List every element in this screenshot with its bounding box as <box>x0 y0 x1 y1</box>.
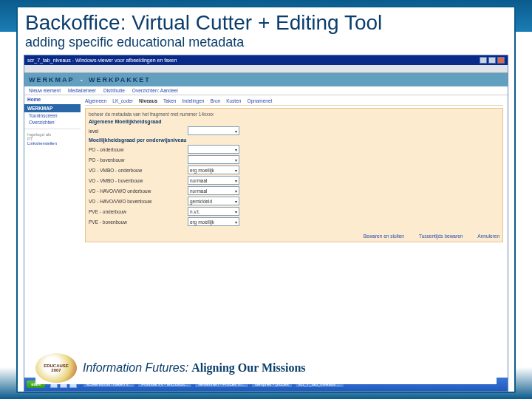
maximize-icon[interactable] <box>488 57 496 64</box>
sidebar-section: WERKMAP <box>24 104 81 112</box>
close-icon[interactable] <box>497 57 505 64</box>
row-select[interactable]: normaal▾ <box>188 176 239 185</box>
chevron-down-icon: ▾ <box>235 147 237 152</box>
viewer-toolbar <box>24 65 508 73</box>
table-row: PVE - onderbouwn.v.t.▾ <box>89 207 499 216</box>
educause-badge-icon: EDUCAUSE 2007 <box>35 353 77 383</box>
chevron-down-icon: ▾ <box>235 178 237 183</box>
tab-taken[interactable]: Taken <box>163 98 176 103</box>
screenshot-window: scr_7_tab_niveaus - Windows-viewer voor … <box>24 55 508 392</box>
slide-title: Backoffice: Virtual Cutter + Editing Too… <box>18 7 514 35</box>
sidebar-user-info: Ingelogd als PT Linksherstellen <box>24 129 81 149</box>
chevron-down-icon: ▾ <box>235 199 237 204</box>
panel-actions: Bewaren en sluiten Tussentijds bewaren A… <box>89 233 499 239</box>
chevron-down-icon: ▾ <box>235 209 237 214</box>
tab-algemeen[interactable]: Algemeen <box>85 98 106 103</box>
app-header-2: WERKPAKKET <box>89 76 151 83</box>
tab-opnamenet[interactable]: Opnamenet <box>247 98 272 103</box>
chevron-down-icon: ▾ <box>235 188 237 194</box>
table-row: VO - HAVO/VWO bovenbouwgemiddeld▾ <box>89 197 499 205</box>
save-interim-button[interactable]: Tussentijds bewaren <box>419 233 463 239</box>
row-label: PO - onderbouw <box>89 147 185 152</box>
sidebar-link[interactable]: Tooninscreen <box>24 112 81 119</box>
row-select[interactable]: erg moeilijk▾ <box>188 166 239 174</box>
slide-footer: EDUCAUSE 2007 Information Futures: Align… <box>35 352 497 384</box>
footer-bold: Aligning Our Missions <box>191 361 305 374</box>
chevron-down-icon: ▾ <box>235 168 237 173</box>
main-panel: Algemeen LK_coder Niveaus Taken Indeling… <box>81 95 508 380</box>
sidebar: Home WERKMAP Tooninscreen Overzichten In… <box>24 95 81 380</box>
window-title-text: scr_7_tab_niveaus - Windows-viewer voor … <box>27 58 177 63</box>
table-row: PO - bovenbouw▾ <box>89 155 499 164</box>
cancel-button[interactable]: Annuleren <box>477 233 499 239</box>
row-select[interactable]: normaal▾ <box>188 186 239 195</box>
level-select[interactable]: ▾ <box>188 126 239 135</box>
table-row: VO - HAVO/VWO onderbouwnormaal▾ <box>89 186 499 195</box>
top-nav: Nieuw element Mediabeheer Distributie Ov… <box>24 86 508 95</box>
window-titlebar: scr_7_tab_niveaus - Windows-viewer voor … <box>24 55 508 65</box>
tab-niveaus[interactable]: Niveaus <box>139 98 157 103</box>
row-label: PVE - onderbouw <box>89 209 185 214</box>
metadata-panel: beheer de metadata van het fragment met … <box>85 108 503 242</box>
sidebar-home[interactable]: Home <box>24 95 81 103</box>
section-general: Algemene Moeilijkheidsgraad <box>89 119 499 124</box>
chevron-down-icon: ▾ <box>235 129 237 134</box>
footer-text: Information Futures: Aligning Our Missio… <box>83 361 306 375</box>
table-row: VO - VMBO - bovenbouwnormaal▾ <box>89 176 499 185</box>
table-row: PVE - bovenbouwerg moeilijk▾ <box>89 217 499 226</box>
panel-description: beheer de metadata van het fragment met … <box>89 112 499 117</box>
topnav-item[interactable]: Mediabeheer <box>68 88 96 93</box>
app-header-sep: - <box>81 76 83 83</box>
row-label: VO - HAVO/VWO onderbouw <box>89 188 185 194</box>
minimize-icon[interactable] <box>480 57 487 64</box>
sidebar-link[interactable]: Overzichten <box>24 119 81 126</box>
sidebar-link2[interactable]: Linksherstellen <box>27 141 78 146</box>
row-select[interactable]: ▾ <box>188 155 239 164</box>
table-row: VO - VMBO - onderbouwerg moeilijk▾ <box>89 166 499 174</box>
topnav-item[interactable]: Overzichten: Aandeel <box>132 88 178 93</box>
row-label: VO - HAVO/VWO bovenbouw <box>89 199 185 204</box>
chevron-down-icon: ▾ <box>235 219 237 225</box>
tab-lkcoder[interactable]: LK_coder <box>112 98 133 103</box>
footer-italic: Information Futures: <box>83 361 188 374</box>
tab-kosten[interactable]: Kosten <box>226 98 241 103</box>
row-select[interactable]: gemiddeld▾ <box>188 197 239 205</box>
row-level: level ▾ <box>89 126 499 135</box>
badge-year: 2007 <box>51 368 61 372</box>
app-header: WERKMAP - WERKPAKKET <box>24 73 508 86</box>
row-select[interactable]: erg moeilijk▾ <box>188 217 239 226</box>
row-label: PVE - bovenbouw <box>89 219 185 225</box>
section-per-level: Moeilijkheidsgraad per onderwijsniveau <box>89 137 499 143</box>
app-header-1: WERKMAP <box>29 76 75 83</box>
tab-bron[interactable]: Bron <box>210 98 220 103</box>
topnav-item[interactable]: Nieuw element <box>29 88 61 93</box>
content-tabs: Algemeen LK_coder Niveaus Taken Indeling… <box>85 98 503 106</box>
save-close-button[interactable]: Bewaren en sluiten <box>364 233 404 239</box>
row-select[interactable]: ▾ <box>188 145 239 154</box>
tab-indelingen[interactable]: Indelingen <box>182 98 204 103</box>
topnav-item[interactable]: Distributie <box>103 88 125 93</box>
row-label: PO - bovenbouw <box>89 157 185 163</box>
level-label: level <box>89 129 185 134</box>
table-row: PO - onderbouw▾ <box>89 145 499 154</box>
row-label: VO - VMBO - onderbouw <box>89 168 185 173</box>
chevron-down-icon: ▾ <box>235 157 237 163</box>
row-label: VO - VMBO - bovenbouw <box>89 178 185 183</box>
row-select[interactable]: n.v.t.▾ <box>188 207 239 216</box>
slide-subtitle: adding specific educational metadata <box>18 35 514 54</box>
